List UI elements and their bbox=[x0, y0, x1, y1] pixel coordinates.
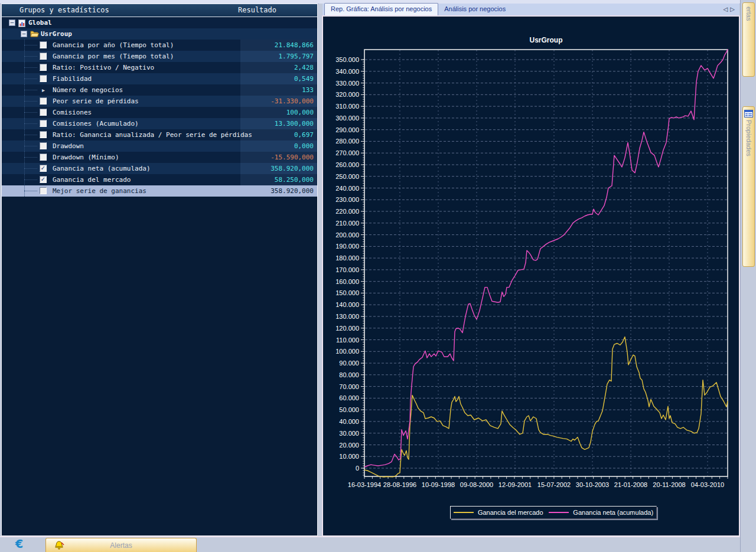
stat-row[interactable]: ▸ Número de negocios 133 bbox=[2, 84, 317, 96]
legend-line-net-icon bbox=[549, 512, 569, 513]
properties-list-icon bbox=[744, 110, 753, 117]
svg-text:140.000: 140.000 bbox=[335, 301, 359, 308]
row-checkbox[interactable] bbox=[40, 75, 47, 82]
svg-text:280.000: 280.000 bbox=[335, 138, 359, 145]
legend-label-net: Ganancia neta (acumulada) bbox=[573, 509, 653, 516]
svg-text:30-10-2003: 30-10-2003 bbox=[576, 481, 609, 488]
expand-arrow-icon[interactable]: ▸ bbox=[42, 84, 45, 96]
stat-row[interactable]: Comisiones 100,000 bbox=[2, 107, 317, 118]
stat-value: 133 bbox=[302, 84, 314, 96]
alert-bell-icon bbox=[54, 541, 64, 550]
svg-text:250.000: 250.000 bbox=[335, 173, 359, 180]
row-checkbox[interactable]: ✓ bbox=[40, 165, 47, 172]
app-logo-euro-icon: € bbox=[15, 537, 23, 550]
collapse-box-icon[interactable]: − bbox=[9, 19, 15, 26]
svg-text:100.000: 100.000 bbox=[335, 348, 359, 355]
global-chart-icon bbox=[18, 19, 26, 27]
svg-text:220.000: 220.000 bbox=[335, 208, 359, 215]
tree-guide bbox=[24, 112, 37, 113]
stat-row[interactable]: Drawdown (Mínimo) -15.590,000 bbox=[2, 152, 317, 163]
tree-guide bbox=[24, 168, 37, 169]
stat-label: Ratio: Ganancia anualizada / Peor serie … bbox=[53, 129, 252, 141]
tree-guide bbox=[24, 101, 37, 102]
tab-analisis-negocios[interactable]: Análisis por negocios bbox=[438, 4, 511, 15]
svg-text:340.000: 340.000 bbox=[335, 68, 359, 75]
stat-row[interactable]: Comisiones (Acumulado) 13.300,000 bbox=[2, 118, 317, 129]
tab-nav-arrows: ◁▷ bbox=[724, 6, 737, 12]
svg-text:28-08-1996: 28-08-1996 bbox=[383, 481, 416, 488]
stat-row[interactable]: ✓ Ganancia del mercado 58.250,000 bbox=[2, 174, 317, 185]
svg-text:260.000: 260.000 bbox=[335, 161, 359, 168]
tree-guide bbox=[24, 123, 37, 124]
side-dock-strip: ertas Propiedades bbox=[740, 0, 756, 552]
row-checkbox[interactable]: ✓ bbox=[40, 176, 47, 183]
svg-text:210.000: 210.000 bbox=[335, 220, 359, 227]
stat-row[interactable]: Ratio: Ganancia anualizada / Peor serie … bbox=[2, 129, 317, 141]
row-checkbox[interactable] bbox=[40, 120, 47, 127]
row-checkbox[interactable] bbox=[40, 41, 47, 48]
stat-label: Ratio: Positivo / Negativo bbox=[53, 62, 154, 73]
tree-guide bbox=[24, 135, 37, 135]
tree-guide bbox=[24, 157, 37, 158]
stat-label: Comisiones (Acumulado) bbox=[53, 118, 139, 129]
stat-value: 21.848,866 bbox=[275, 40, 314, 51]
row-checkbox[interactable] bbox=[40, 53, 47, 60]
tree-row-usrgroup[interactable]: − UsrGroup bbox=[2, 28, 317, 40]
tree-row-global[interactable]: − Global bbox=[2, 17, 317, 28]
tab-next-icon[interactable]: ▷ bbox=[730, 6, 737, 12]
stat-row[interactable]: Drawdown 0,000 bbox=[2, 141, 317, 152]
row-checkbox[interactable] bbox=[40, 187, 47, 194]
left-panel-body: − Global − UsrGroup Ganancia por año (Ti… bbox=[2, 17, 317, 197]
side-tab-propiedades[interactable]: Propiedades bbox=[742, 106, 755, 267]
row-checkbox[interactable] bbox=[40, 131, 47, 138]
stat-row[interactable]: Fiabilidad 0,549 bbox=[2, 73, 317, 84]
stat-value: 0,000 bbox=[294, 141, 314, 152]
stat-value: 58.250,000 bbox=[275, 174, 314, 185]
svg-text:190.000: 190.000 bbox=[335, 243, 359, 250]
stat-row[interactable]: Peor serie de pérdidas -31.330,000 bbox=[2, 96, 317, 107]
row-checkbox[interactable] bbox=[40, 97, 47, 104]
svg-text:320.000: 320.000 bbox=[335, 91, 359, 98]
collapse-box-icon[interactable]: − bbox=[21, 31, 27, 37]
row-checkbox[interactable] bbox=[40, 109, 47, 116]
stat-label: Fiabilidad bbox=[53, 73, 92, 84]
svg-text:240.000: 240.000 bbox=[335, 185, 359, 192]
svg-text:21-01-2008: 21-01-2008 bbox=[614, 481, 647, 488]
legend-label-market: Ganancia del mercado bbox=[478, 509, 543, 516]
stat-row[interactable]: Ganancia por mes (Tiempo total) 1.795,79… bbox=[2, 51, 317, 62]
alertas-dock-tab[interactable]: Alertas bbox=[45, 538, 197, 552]
tab-prev-icon[interactable]: ◁ bbox=[724, 6, 731, 12]
stat-label: Drawdown bbox=[53, 141, 84, 152]
tab-rep-grafica[interactable]: Rep. Gráfica: Análisis por negocios bbox=[324, 3, 438, 15]
tree-guide bbox=[24, 67, 37, 68]
stat-value: 0,549 bbox=[294, 73, 314, 84]
svg-text:160.000: 160.000 bbox=[335, 278, 359, 285]
tree-guide bbox=[24, 45, 37, 45]
stat-label: Ganancia del mercado bbox=[53, 174, 131, 185]
svg-text:20.000: 20.000 bbox=[339, 442, 359, 449]
row-checkbox[interactable] bbox=[40, 142, 47, 149]
stat-value: 2,428 bbox=[294, 62, 314, 73]
stat-label: Número de negocios bbox=[53, 84, 123, 96]
chart-legend: Ganancia del mercado Ganancia neta (acum… bbox=[450, 506, 657, 519]
svg-text:120.000: 120.000 bbox=[335, 325, 359, 332]
stat-row[interactable]: Ganancia por año (Tiempo total) 21.848,8… bbox=[2, 40, 317, 51]
svg-text:180.000: 180.000 bbox=[335, 254, 359, 262]
stat-value: -15.590,000 bbox=[271, 152, 314, 163]
row-checkbox[interactable] bbox=[40, 153, 47, 161]
stat-row[interactable]: Mejor serie de ganancias 358.920,000 bbox=[2, 185, 317, 197]
tree-label-global: Global bbox=[28, 17, 52, 28]
tree-guide bbox=[24, 56, 37, 57]
statistics-panel: Grupos y estadísticos Resultado − Global… bbox=[1, 4, 318, 536]
app-window: { "colors": { "accent_cyan": "#4AE4E4", … bbox=[0, 0, 756, 552]
row-checkbox[interactable] bbox=[40, 64, 47, 71]
side-tab-alertas[interactable]: ertas bbox=[742, 2, 755, 77]
stat-row[interactable]: Ratio: Positivo / Negativo 2,428 bbox=[2, 62, 317, 73]
stat-value: 0,697 bbox=[294, 129, 314, 141]
tree-guide bbox=[24, 79, 37, 79]
svg-text:16-03-1994: 16-03-1994 bbox=[348, 481, 381, 488]
stat-label: Mejor serie de ganancias bbox=[53, 185, 146, 197]
chart-panel: UsrGroup 010.00020.00030.00040.00050.000… bbox=[322, 16, 739, 536]
stat-row[interactable]: ✓ Ganancia neta (acumulada) 358.920,000 bbox=[2, 163, 317, 174]
svg-text:04-03-2010: 04-03-2010 bbox=[691, 481, 724, 488]
